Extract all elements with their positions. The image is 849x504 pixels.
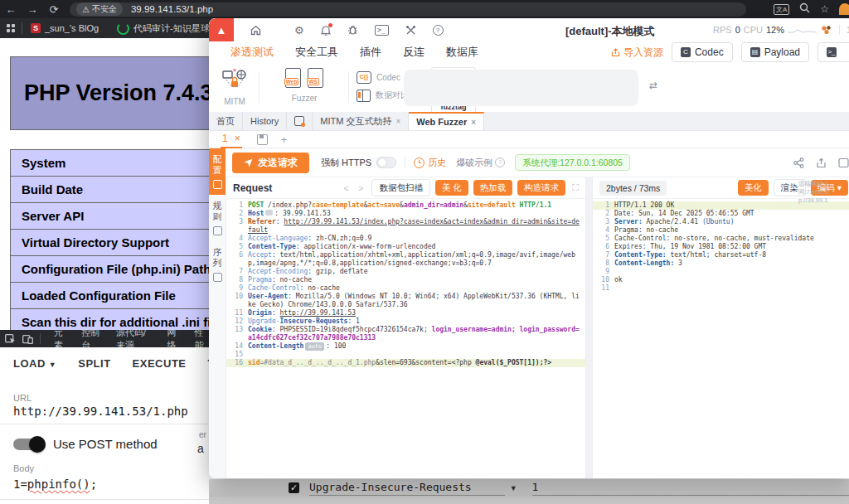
editor-line[interactable]: 5Cache-Control: no-store, no-cache, must… (593, 235, 849, 243)
menu-item[interactable]: 安全工具 (295, 45, 338, 60)
back-icon[interactable]: ← (0, 3, 22, 16)
web-fuzzer-icon[interactable]: Web (285, 68, 301, 88)
editor-line[interactable]: 7Content-Type: text/html; charset=utf-8 (593, 251, 849, 259)
payload-button[interactable]: ▤Payload (741, 42, 809, 62)
load-button[interactable]: LOAD▼ (13, 357, 56, 370)
editor-line[interactable]: 9Cache-Control: no-cache (226, 284, 585, 293)
editor-line[interactable]: 1POST /index.php?case=template&act=save&… (226, 201, 585, 210)
beautify-button[interactable]: 美化 (738, 180, 769, 196)
side-tab[interactable]: 序列 (209, 241, 226, 288)
panel-divider[interactable] (586, 177, 592, 478)
editor-line[interactable]: 8Pragma: no-cache (226, 276, 585, 284)
editor-line[interactable]: 9 (593, 268, 849, 276)
blast-example-link[interactable]: 爆破示例? (456, 157, 505, 169)
editor-line[interactable]: 15 (226, 351, 585, 359)
settings-gear-icon[interactable]: ⚙ (294, 25, 304, 36)
apps-grid-icon[interactable] (7, 24, 15, 32)
history-button[interactable]: 历史 (414, 157, 446, 169)
bookmark-item[interactable]: S_sun_'s BlOg (31, 23, 99, 33)
notification-bell-icon[interactable] (321, 25, 331, 36)
editor-line[interactable]: 13Cookie: PHPSESSID=19i8qdeqf5hcpc473261… (226, 326, 585, 342)
header-name-field[interactable]: Upgrade-Insecure-Requests (309, 481, 505, 496)
close-icon[interactable]: × (235, 133, 240, 144)
reload-icon[interactable]: ⟳ (43, 3, 65, 16)
expand-icon[interactable]: ⛶ (572, 182, 579, 193)
editor-line[interactable]: 7Accept-Encoding: gzip, deflate (226, 268, 585, 276)
editor-line[interactable]: 5Content-Type: application/x-www-form-ur… (226, 243, 585, 251)
home-icon[interactable] (250, 25, 261, 36)
fuzzer-subtab-1[interactable]: 1× (221, 130, 242, 148)
yakit-logo-icon[interactable]: ▲ (209, 18, 234, 41)
force-https-toggle[interactable] (376, 157, 396, 168)
packet-scan-button[interactable]: 数据包扫描 (371, 179, 430, 196)
share-icon[interactable] (793, 158, 804, 168)
device-toolbar-icon[interactable] (22, 334, 33, 344)
chevron-down-icon[interactable]: ▼ (510, 484, 517, 492)
editor-line[interactable]: 8Content-Length: 3 (593, 259, 849, 268)
menu-item[interactable]: 渗透测试 (230, 45, 274, 60)
import-resource-button[interactable]: 导入资源 (611, 46, 663, 60)
devtools-tab[interactable]: 控制台 (81, 330, 103, 347)
editor-line[interactable]: 3Referer: http://39.99.141.53/index.php?… (226, 218, 585, 235)
response-editor[interactable]: 1HTTP/1.1 200 OK2Date: Sun, 14 Dec 2025 … (593, 199, 849, 478)
help-icon[interactable]: ? (433, 25, 444, 36)
editor-line[interactable]: 2Host: 39.99.141.53 (226, 210, 585, 218)
tab-首页[interactable]: 首页 (209, 112, 243, 130)
beautify-button[interactable]: 美 化 (435, 180, 468, 196)
add-tab-icon[interactable]: + (281, 133, 288, 146)
terminal-button[interactable]: >_ (817, 42, 849, 62)
editor-line[interactable]: 2Date: Sun, 14 Dec 2025 05:46:55 GMT (593, 210, 849, 218)
tab-web-fuzzer[interactable]: Web Fuzzer× (409, 112, 484, 130)
request-editor[interactable]: 1POST /index.php?case=template&act=save&… (226, 199, 585, 478)
ws-fuzzer-icon[interactable]: WS (308, 68, 323, 88)
tools-icon[interactable] (405, 25, 416, 36)
editor-line[interactable]: 10User-Agent: Mozilla/5.0 (Windows NT 10… (226, 293, 585, 309)
side-tab[interactable]: 配置 (209, 148, 226, 195)
zoom-icon[interactable] (799, 2, 810, 16)
translate-icon[interactable]: 文A (774, 4, 789, 15)
pager-arrows[interactable]: < > (343, 183, 366, 193)
terminal-icon[interactable]: >_ (375, 25, 389, 36)
forward-icon[interactable]: → (22, 3, 43, 16)
split-button[interactable]: SPLIT (78, 357, 110, 370)
export-icon[interactable] (816, 158, 827, 168)
post-method-toggle[interactable] (13, 439, 43, 450)
url-value[interactable]: http://39.99.141.53/1.php (13, 405, 188, 418)
mitm-tool[interactable]: × MITM (216, 68, 254, 106)
construct-request-button[interactable]: 构造请求 (517, 180, 565, 196)
editor-line[interactable]: 11Origin: http://39.99.141.53 (226, 309, 585, 317)
send-request-button[interactable]: 发送请求 (232, 153, 309, 173)
bookmark-star-icon[interactable]: ☆ (820, 3, 829, 15)
editor-line[interactable]: 6Accept: text/html,application/xhtml+xml… (226, 251, 585, 268)
devtools-tab[interactable]: 网络 (167, 330, 182, 347)
editor-line[interactable]: 12Upgrade-Insecure-Requests: 1 (226, 317, 585, 326)
editor-line[interactable]: 4Accept-Language: zh-CN,zh;q=0.9 (226, 235, 585, 243)
editor-line[interactable]: 3Server: Apache/2.4.41 (Ubuntu) (593, 218, 849, 226)
url-text[interactable]: 39.99.141.53/1.php (131, 4, 213, 14)
security-badge[interactable]: ⚠不安全 (76, 2, 123, 16)
codec-button[interactable]: CCodec (672, 42, 733, 62)
editor-line[interactable]: 11 (593, 284, 849, 293)
menu-item[interactable]: 插件 (360, 45, 381, 60)
tab-plugin-groups[interactable] (287, 112, 313, 130)
extension-icon[interactable] (839, 3, 849, 15)
tab-mitm-交互式劫持[interactable]: MITM 交互式劫持× (313, 112, 409, 130)
menu-item[interactable]: 数据库 (446, 45, 478, 60)
debug-bug-icon[interactable] (347, 25, 358, 36)
side-tab[interactable]: 规则 (209, 195, 226, 241)
menu-item[interactable]: 反连 (403, 45, 424, 60)
body-value[interactable]: 1=phpinfo(); (13, 477, 97, 491)
tab-history[interactable]: History (243, 112, 287, 130)
close-icon[interactable]: × (471, 118, 476, 127)
header-checkbox[interactable]: ✓ (289, 482, 299, 493)
devtools-tab[interactable]: 性能 (195, 330, 209, 347)
close-icon[interactable]: × (395, 117, 400, 126)
editor-line[interactable]: 4Pragma: no-cache (593, 226, 849, 235)
header-value-field[interactable]: 1 (532, 481, 849, 496)
inspect-icon[interactable] (5, 334, 16, 344)
editor-line[interactable]: 14Content-Lengthauto: 100 (226, 342, 585, 351)
bookmark-item[interactable]: 代码审计-知识星球 (117, 22, 210, 35)
swap-arrows-icon[interactable]: ⇄ (649, 80, 657, 91)
devtools-tab[interactable]: 源代码/来源 (116, 330, 153, 347)
address-bar[interactable]: ⚠不安全 39.99.141.53/1.php (70, 2, 746, 17)
